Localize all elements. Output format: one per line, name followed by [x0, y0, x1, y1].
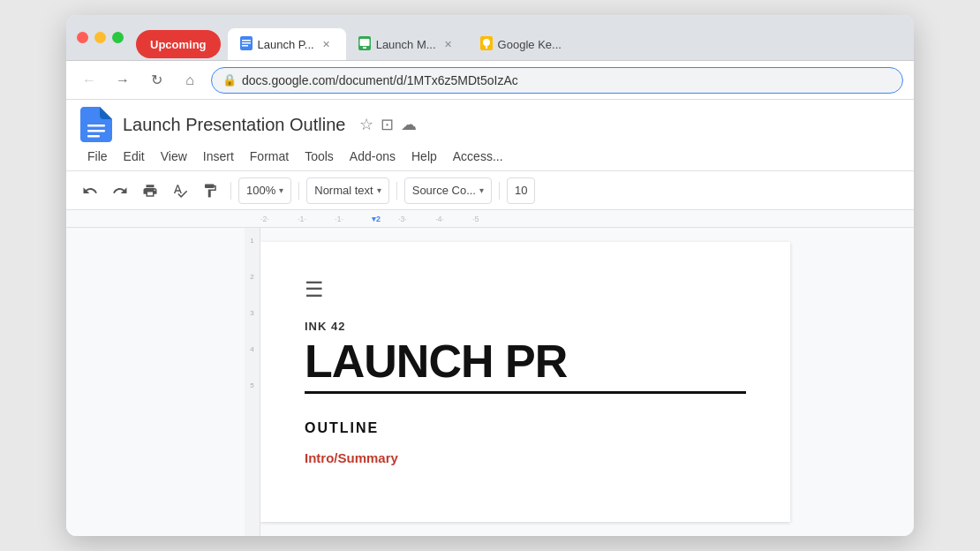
- document-content-icon: ☰: [305, 277, 746, 302]
- tab-google-keep-label: Google Ke...: [498, 38, 562, 51]
- refresh-button[interactable]: ↻: [144, 68, 169, 93]
- url-text: docs.google.com/document/d/1MTx6z5MDt5oI…: [242, 73, 518, 87]
- traffic-lights: [77, 32, 124, 43]
- menu-edit[interactable]: Edit: [117, 146, 152, 167]
- docs-app-bar: Launch Presentation Outline ☆ ⊡ ☁ File E…: [66, 100, 914, 171]
- drive-icon[interactable]: ⊡: [381, 115, 394, 134]
- svg-rect-5: [359, 39, 369, 46]
- title-bar: Upcoming Launch P... ✕: [66, 15, 914, 61]
- tab-launch-marketing[interactable]: Launch M... ✕: [346, 28, 468, 60]
- list-icon: ☰: [305, 277, 324, 301]
- maximize-button[interactable]: [112, 32, 124, 43]
- svg-rect-12: [87, 135, 100, 138]
- toolbar-divider-4: [499, 182, 500, 200]
- document-subtitle: INK 42: [305, 320, 746, 333]
- menu-tools[interactable]: Tools: [298, 146, 341, 167]
- toolbar-divider-1: [230, 182, 231, 200]
- zoom-selector[interactable]: 100% ▾: [238, 177, 291, 204]
- forward-button[interactable]: →: [110, 68, 135, 93]
- font-value: Source Co...: [412, 184, 476, 197]
- browser-window: Upcoming Launch P... ✕: [66, 15, 914, 536]
- redo-button[interactable]: [107, 177, 133, 204]
- keep-tab-icon: [480, 36, 493, 53]
- cloud-icon[interactable]: ☁: [401, 115, 417, 134]
- close-button[interactable]: [77, 32, 88, 43]
- menu-help[interactable]: Help: [404, 146, 444, 167]
- docs-title-row: Launch Presentation Outline ☆ ⊡ ☁: [80, 107, 900, 142]
- docs-app-icon: [80, 107, 112, 142]
- zoom-chevron: ▾: [279, 185, 283, 195]
- text-style-value: Normal text: [314, 184, 373, 197]
- font-chevron: ▾: [479, 185, 484, 195]
- tab-close-launch-marketing[interactable]: ✕: [441, 37, 456, 51]
- minimize-button[interactable]: [94, 32, 106, 43]
- tab-launch-marketing-label: Launch M...: [376, 38, 436, 51]
- menu-file[interactable]: File: [80, 146, 115, 167]
- docs-tab-icon: [240, 36, 253, 53]
- document-intro-link[interactable]: Intro/Summary: [305, 450, 746, 465]
- lock-icon: 🔒: [222, 73, 237, 87]
- svg-rect-9: [486, 46, 487, 49]
- undo-button[interactable]: [77, 177, 103, 204]
- address-bar: ← → ↻ ⌂ 🔒 docs.google.com/document/d/1MT…: [66, 61, 914, 100]
- ruler-vertical: 1 2 3 4 5: [245, 228, 260, 536]
- tab-launch-presentation[interactable]: Launch P... ✕: [228, 28, 346, 60]
- toolbar: 100% ▾ Normal text ▾ Source Co... ▾ 10: [66, 171, 914, 210]
- menu-accessibility[interactable]: Access...: [446, 146, 510, 167]
- text-style-selector[interactable]: Normal text ▾: [306, 177, 388, 204]
- document-section-title: OUTLINE: [305, 420, 746, 436]
- document-page[interactable]: ☰ INK 42 LAUNCH PR OUTLINE Intro/Summary: [260, 242, 790, 522]
- font-size-value: 10: [515, 184, 527, 197]
- tab-close-launch-presentation[interactable]: ✕: [320, 37, 334, 51]
- spell-check-button[interactable]: [167, 177, 193, 204]
- toolbar-divider-2: [298, 182, 299, 200]
- menu-format[interactable]: Format: [243, 146, 296, 167]
- menu-bar: File Edit View Insert Format Tools Add-o…: [80, 146, 900, 170]
- paint-format-button[interactable]: [197, 177, 223, 204]
- star-icon[interactable]: ☆: [359, 115, 373, 134]
- docs-title-actions: ☆ ⊡ ☁: [359, 115, 417, 134]
- text-style-chevron: ▾: [377, 185, 381, 195]
- zoom-value: 100%: [246, 184, 275, 197]
- font-size-selector[interactable]: 10: [507, 177, 535, 204]
- document-main-title: LAUNCH PR: [305, 338, 746, 384]
- tab-google-keep[interactable]: Google Ke...: [468, 28, 574, 60]
- back-button[interactable]: ←: [77, 68, 102, 93]
- menu-addons[interactable]: Add-ons: [343, 146, 403, 167]
- svg-rect-3: [242, 45, 248, 47]
- slides-tab-icon: [358, 36, 371, 53]
- url-bar[interactable]: 🔒 docs.google.com/document/d/1MTx6z5MDt5…: [211, 67, 903, 94]
- ruler-horizontal: ·2· ·1· ·1· ▾2 ·3· ·4· ·5: [66, 210, 914, 228]
- document-title-divider: [305, 391, 746, 394]
- svg-rect-1: [242, 40, 251, 42]
- docs-title: Launch Presentation Outline: [123, 115, 345, 135]
- menu-view[interactable]: View: [154, 146, 194, 167]
- print-button[interactable]: [137, 177, 163, 204]
- left-margin: 1 2 3 4 5: [66, 228, 260, 536]
- svg-rect-2: [242, 42, 251, 44]
- svg-rect-10: [87, 125, 105, 127]
- tab-upcoming[interactable]: Upcoming: [136, 30, 221, 58]
- tab-bar: Upcoming Launch P... ✕: [136, 15, 903, 60]
- tab-launch-presentation-label: Launch P...: [258, 38, 314, 51]
- doc-area: 1 2 3 4 5 ☰ INK 42 LAUNCH PR OUTLINE Int…: [66, 228, 914, 536]
- svg-rect-6: [363, 47, 366, 49]
- home-button[interactable]: ⌂: [177, 68, 202, 93]
- menu-insert[interactable]: Insert: [196, 146, 241, 167]
- font-selector[interactable]: Source Co... ▾: [404, 177, 492, 204]
- svg-rect-11: [87, 130, 105, 132]
- tab-upcoming-label: Upcoming: [150, 38, 207, 51]
- svg-point-8: [483, 39, 490, 46]
- toolbar-divider-3: [396, 182, 397, 200]
